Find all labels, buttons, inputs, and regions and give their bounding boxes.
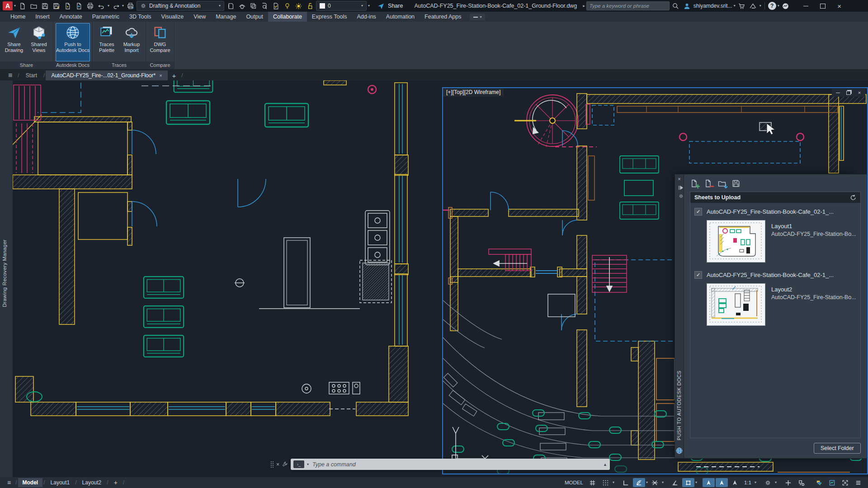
customization-menu-icon[interactable]: [852, 478, 864, 487]
infocenter-play-icon[interactable]: ▾: [582, 5, 586, 7]
minimize-button[interactable]: [798, 0, 814, 12]
plot-style-button[interactable]: [271, 1, 281, 11]
shared-views-button[interactable]: SharedViews: [27, 23, 51, 61]
workspace-switcher[interactable]: Drafting & Annotation ▾: [137, 1, 224, 11]
window-close-icon[interactable]: ×: [855, 89, 863, 96]
command-input[interactable]: [311, 461, 600, 468]
tab-manage[interactable]: Manage: [211, 12, 241, 22]
tab-annotate[interactable]: Annotate: [55, 12, 87, 22]
save-sheet-list-button[interactable]: [731, 178, 741, 188]
ribbon-display-toggle[interactable]: ▾: [470, 14, 485, 20]
sheet-layout-row[interactable]: Layout1 AutoCAD-FY25_Fire-Station-Bo...: [690, 217, 860, 266]
annotation-monitor-toggle[interactable]: [782, 478, 794, 487]
plot-button[interactable]: [85, 1, 95, 11]
batch-plot-button[interactable]: [125, 1, 135, 11]
undo-button[interactable]: [96, 1, 106, 11]
tab-layout2[interactable]: Layout2: [78, 478, 106, 487]
save-as-button[interactable]: [51, 1, 61, 11]
user-caret-icon[interactable]: ▾: [734, 4, 736, 8]
grid-toggle[interactable]: [586, 478, 599, 487]
tab-express-tools[interactable]: Express Tools: [307, 12, 352, 22]
autocad-logo-icon[interactable]: A: [3, 1, 13, 10]
share-label[interactable]: Share: [388, 3, 403, 9]
layout1-thumbnail[interactable]: [707, 220, 765, 263]
tab-collaborate[interactable]: Collaborate: [268, 12, 307, 22]
annotation-scale-value[interactable]: 1:1: [742, 480, 754, 485]
command-line-grip[interactable]: [270, 461, 274, 468]
new-drawing-button[interactable]: [17, 1, 27, 11]
ortho-toggle[interactable]: [620, 478, 632, 487]
left-floorplan-drawing[interactable]: [13, 80, 442, 477]
panel-label-autodesk-docs[interactable]: Autodesk Docs: [53, 61, 92, 69]
workspace-caret-icon[interactable]: ▾: [775, 481, 777, 484]
palette-close-icon[interactable]: ×: [675, 176, 684, 182]
markup-import-button[interactable]: MarkupImport: [120, 23, 143, 61]
annotation-scale-icon[interactable]: [729, 478, 741, 487]
sheet-item-row[interactable]: ✓ AutoCAD-FY25_Fire-Station-Book-Cafe_02…: [690, 266, 860, 281]
trace-status-icon[interactable]: [826, 478, 838, 487]
new-layout-button[interactable]: +: [109, 478, 122, 488]
panel-label-compare[interactable]: Compare: [146, 61, 174, 69]
snap-caret-icon[interactable]: ▾: [613, 481, 614, 484]
app-store-cart-icon[interactable]: [737, 1, 747, 11]
layer-on-icon[interactable]: [282, 1, 292, 11]
window-minimize-icon[interactable]: [834, 89, 842, 96]
autodesk-access-icon[interactable]: [748, 1, 758, 11]
tab-current-drawing[interactable]: AutoCAD-FY25_Fire-...02-1_Ground-Floor* …: [46, 70, 167, 80]
command-history-caret-icon[interactable]: ▲: [603, 462, 607, 467]
file-tab-menu-icon[interactable]: ≡: [4, 71, 17, 80]
tab-featured-apps[interactable]: Featured Apps: [420, 12, 466, 22]
qat-more-caret-icon[interactable]: ▾: [368, 4, 370, 8]
object-snap-tracking-toggle[interactable]: [649, 478, 661, 487]
signed-in-user-label[interactable]: shiyamdev.srit...: [693, 3, 732, 9]
polar-tracking-toggle[interactable]: [633, 478, 645, 487]
dynamic-input-toggle[interactable]: [669, 478, 681, 487]
tab-view[interactable]: View: [189, 12, 211, 22]
object-snap-toggle[interactable]: [682, 478, 694, 487]
undo-caret-icon[interactable]: ▾: [108, 4, 109, 8]
dwg-compare-button[interactable]: DWGCompare: [148, 23, 172, 61]
close-button[interactable]: ×: [832, 0, 847, 12]
search-icon[interactable]: [671, 1, 681, 11]
tab-start[interactable]: Start: [20, 70, 42, 80]
drawing-recovery-manager-strip[interactable]: Drawing Recovery Manager: [0, 80, 13, 477]
annotation-visibility-toggle[interactable]: [703, 478, 715, 487]
sheet-checkbox[interactable]: ✓: [694, 208, 702, 216]
tab-automation[interactable]: Automation: [381, 12, 420, 22]
maximize-button[interactable]: [815, 0, 830, 12]
panel-label-traces[interactable]: Traces: [93, 61, 146, 69]
push-to-autodesk-docs-button[interactable]: Push toAutodesk Docs: [56, 23, 90, 61]
layer-dropdown[interactable]: 0 ▾: [316, 1, 367, 11]
refresh-icon[interactable]: [849, 194, 856, 201]
sheet-item-row[interactable]: ✓ AutoCAD-FY25_Fire-Station-Book-Cafe_02…: [690, 203, 860, 217]
new-drawing-tab-button[interactable]: +: [168, 71, 181, 80]
tab-visualize[interactable]: Visualize: [156, 12, 189, 22]
palette-properties-icon[interactable]: [677, 193, 685, 199]
isolate-objects-toggle[interactable]: [795, 478, 807, 487]
layer-unlock-icon[interactable]: [305, 1, 315, 11]
open-button[interactable]: [28, 1, 38, 11]
panel-label-share[interactable]: Share: [0, 61, 53, 69]
share-icon[interactable]: [376, 1, 386, 11]
command-input-bar[interactable]: ›_ ▾ ▲: [291, 459, 610, 470]
autodesk-caret-icon[interactable]: ▾: [760, 4, 761, 8]
command-line-close-icon[interactable]: ×: [276, 461, 279, 468]
sheet-checkbox[interactable]: ✓: [694, 271, 702, 279]
customize-wrench-icon[interactable]: [282, 461, 288, 468]
drawing-canvas-area[interactable]: Drawing Recovery Manager: [0, 80, 868, 477]
select-folder-button[interactable]: Select Folder: [814, 443, 861, 454]
palette-autohide-icon[interactable]: [677, 185, 685, 190]
user-avatar-icon[interactable]: [682, 1, 692, 11]
palette-title-strip[interactable]: × PUSH TO AUTODESK DOCS: [675, 174, 684, 459]
graphics-performance-toggle[interactable]: [813, 478, 825, 487]
window-restore-icon[interactable]: [844, 89, 853, 96]
tab-output[interactable]: Output: [241, 12, 268, 22]
plot-preview-button[interactable]: [259, 1, 269, 11]
help-search-input[interactable]: [586, 1, 670, 10]
help-icon[interactable]: ?: [768, 2, 776, 10]
model-space-indicator[interactable]: MODEL: [562, 480, 585, 485]
health-dashboard-icon[interactable]: [781, 1, 791, 11]
remove-sheets-button[interactable]: [703, 178, 713, 188]
layer-properties-button[interactable]: [248, 1, 258, 11]
tab-add-ins[interactable]: Add-ins: [352, 12, 381, 22]
